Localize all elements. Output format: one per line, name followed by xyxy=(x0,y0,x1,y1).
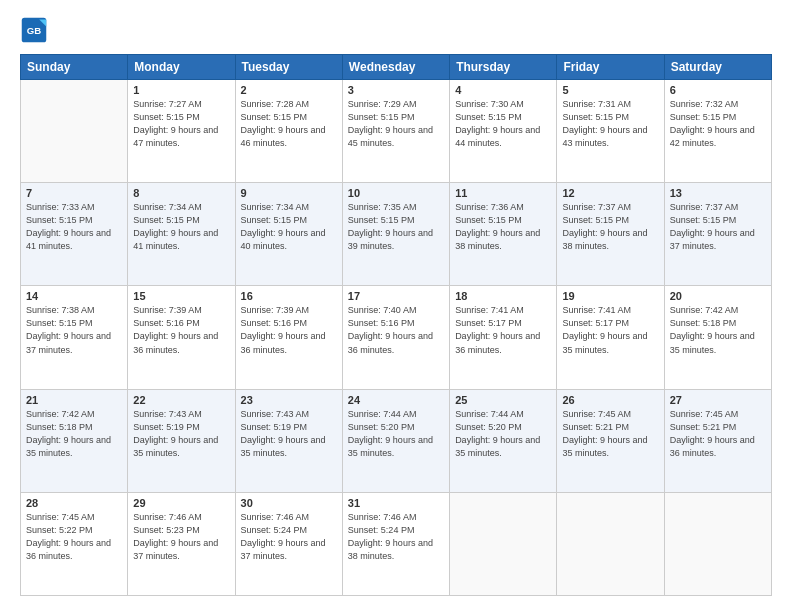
day-info: Sunrise: 7:45 AMSunset: 5:21 PMDaylight:… xyxy=(670,408,766,460)
calendar-cell: 29Sunrise: 7:46 AMSunset: 5:23 PMDayligh… xyxy=(128,492,235,595)
day-info: Sunrise: 7:42 AMSunset: 5:18 PMDaylight:… xyxy=(670,304,766,356)
calendar-cell xyxy=(664,492,771,595)
day-number: 6 xyxy=(670,84,766,96)
day-info: Sunrise: 7:29 AMSunset: 5:15 PMDaylight:… xyxy=(348,98,444,150)
weekday-header-saturday: Saturday xyxy=(664,55,771,80)
day-number: 20 xyxy=(670,290,766,302)
calendar-cell: 13Sunrise: 7:37 AMSunset: 5:15 PMDayligh… xyxy=(664,183,771,286)
day-number: 4 xyxy=(455,84,551,96)
day-info: Sunrise: 7:39 AMSunset: 5:16 PMDaylight:… xyxy=(241,304,337,356)
day-number: 30 xyxy=(241,497,337,509)
day-info: Sunrise: 7:43 AMSunset: 5:19 PMDaylight:… xyxy=(241,408,337,460)
day-number: 24 xyxy=(348,394,444,406)
day-number: 28 xyxy=(26,497,122,509)
calendar-cell: 3Sunrise: 7:29 AMSunset: 5:15 PMDaylight… xyxy=(342,80,449,183)
day-number: 5 xyxy=(562,84,658,96)
day-number: 27 xyxy=(670,394,766,406)
day-number: 3 xyxy=(348,84,444,96)
header: GB xyxy=(20,16,772,44)
calendar-cell: 21Sunrise: 7:42 AMSunset: 5:18 PMDayligh… xyxy=(21,389,128,492)
calendar-cell: 31Sunrise: 7:46 AMSunset: 5:24 PMDayligh… xyxy=(342,492,449,595)
weekday-header-tuesday: Tuesday xyxy=(235,55,342,80)
calendar-cell: 7Sunrise: 7:33 AMSunset: 5:15 PMDaylight… xyxy=(21,183,128,286)
day-info: Sunrise: 7:41 AMSunset: 5:17 PMDaylight:… xyxy=(562,304,658,356)
calendar-cell: 12Sunrise: 7:37 AMSunset: 5:15 PMDayligh… xyxy=(557,183,664,286)
calendar-cell xyxy=(557,492,664,595)
day-info: Sunrise: 7:39 AMSunset: 5:16 PMDaylight:… xyxy=(133,304,229,356)
weekday-header-thursday: Thursday xyxy=(450,55,557,80)
weekday-header-sunday: Sunday xyxy=(21,55,128,80)
weekday-header-row: SundayMondayTuesdayWednesdayThursdayFrid… xyxy=(21,55,772,80)
calendar-cell: 18Sunrise: 7:41 AMSunset: 5:17 PMDayligh… xyxy=(450,286,557,389)
calendar-cell: 2Sunrise: 7:28 AMSunset: 5:15 PMDaylight… xyxy=(235,80,342,183)
day-number: 2 xyxy=(241,84,337,96)
logo: GB xyxy=(20,16,52,44)
day-number: 31 xyxy=(348,497,444,509)
day-number: 11 xyxy=(455,187,551,199)
calendar-cell xyxy=(450,492,557,595)
day-info: Sunrise: 7:37 AMSunset: 5:15 PMDaylight:… xyxy=(670,201,766,253)
calendar-week-row: 14Sunrise: 7:38 AMSunset: 5:15 PMDayligh… xyxy=(21,286,772,389)
day-number: 26 xyxy=(562,394,658,406)
calendar-cell: 23Sunrise: 7:43 AMSunset: 5:19 PMDayligh… xyxy=(235,389,342,492)
page: GB SundayMondayTuesdayWednesdayThursdayF… xyxy=(0,0,792,612)
day-number: 21 xyxy=(26,394,122,406)
calendar-cell: 28Sunrise: 7:45 AMSunset: 5:22 PMDayligh… xyxy=(21,492,128,595)
calendar-week-row: 28Sunrise: 7:45 AMSunset: 5:22 PMDayligh… xyxy=(21,492,772,595)
day-number: 1 xyxy=(133,84,229,96)
day-number: 9 xyxy=(241,187,337,199)
day-number: 23 xyxy=(241,394,337,406)
calendar-cell: 26Sunrise: 7:45 AMSunset: 5:21 PMDayligh… xyxy=(557,389,664,492)
calendar-cell: 6Sunrise: 7:32 AMSunset: 5:15 PMDaylight… xyxy=(664,80,771,183)
calendar-cell: 8Sunrise: 7:34 AMSunset: 5:15 PMDaylight… xyxy=(128,183,235,286)
day-number: 14 xyxy=(26,290,122,302)
calendar-cell: 4Sunrise: 7:30 AMSunset: 5:15 PMDaylight… xyxy=(450,80,557,183)
day-info: Sunrise: 7:41 AMSunset: 5:17 PMDaylight:… xyxy=(455,304,551,356)
day-info: Sunrise: 7:38 AMSunset: 5:15 PMDaylight:… xyxy=(26,304,122,356)
calendar-cell: 24Sunrise: 7:44 AMSunset: 5:20 PMDayligh… xyxy=(342,389,449,492)
calendar-cell: 19Sunrise: 7:41 AMSunset: 5:17 PMDayligh… xyxy=(557,286,664,389)
weekday-header-monday: Monday xyxy=(128,55,235,80)
day-number: 25 xyxy=(455,394,551,406)
day-info: Sunrise: 7:46 AMSunset: 5:23 PMDaylight:… xyxy=(133,511,229,563)
calendar-cell: 30Sunrise: 7:46 AMSunset: 5:24 PMDayligh… xyxy=(235,492,342,595)
day-number: 10 xyxy=(348,187,444,199)
day-number: 17 xyxy=(348,290,444,302)
day-info: Sunrise: 7:44 AMSunset: 5:20 PMDaylight:… xyxy=(348,408,444,460)
day-info: Sunrise: 7:44 AMSunset: 5:20 PMDaylight:… xyxy=(455,408,551,460)
calendar-cell: 5Sunrise: 7:31 AMSunset: 5:15 PMDaylight… xyxy=(557,80,664,183)
svg-text:GB: GB xyxy=(27,25,41,36)
day-number: 12 xyxy=(562,187,658,199)
day-info: Sunrise: 7:35 AMSunset: 5:15 PMDaylight:… xyxy=(348,201,444,253)
day-info: Sunrise: 7:37 AMSunset: 5:15 PMDaylight:… xyxy=(562,201,658,253)
calendar-cell: 16Sunrise: 7:39 AMSunset: 5:16 PMDayligh… xyxy=(235,286,342,389)
calendar-cell: 27Sunrise: 7:45 AMSunset: 5:21 PMDayligh… xyxy=(664,389,771,492)
day-info: Sunrise: 7:45 AMSunset: 5:21 PMDaylight:… xyxy=(562,408,658,460)
day-info: Sunrise: 7:34 AMSunset: 5:15 PMDaylight:… xyxy=(133,201,229,253)
calendar-week-row: 7Sunrise: 7:33 AMSunset: 5:15 PMDaylight… xyxy=(21,183,772,286)
calendar-cell: 25Sunrise: 7:44 AMSunset: 5:20 PMDayligh… xyxy=(450,389,557,492)
day-info: Sunrise: 7:33 AMSunset: 5:15 PMDaylight:… xyxy=(26,201,122,253)
day-number: 7 xyxy=(26,187,122,199)
day-number: 22 xyxy=(133,394,229,406)
calendar-week-row: 1Sunrise: 7:27 AMSunset: 5:15 PMDaylight… xyxy=(21,80,772,183)
day-info: Sunrise: 7:34 AMSunset: 5:15 PMDaylight:… xyxy=(241,201,337,253)
calendar-cell: 14Sunrise: 7:38 AMSunset: 5:15 PMDayligh… xyxy=(21,286,128,389)
logo-icon: GB xyxy=(20,16,48,44)
weekday-header-wednesday: Wednesday xyxy=(342,55,449,80)
day-number: 18 xyxy=(455,290,551,302)
calendar-cell xyxy=(21,80,128,183)
day-info: Sunrise: 7:43 AMSunset: 5:19 PMDaylight:… xyxy=(133,408,229,460)
day-number: 13 xyxy=(670,187,766,199)
day-info: Sunrise: 7:40 AMSunset: 5:16 PMDaylight:… xyxy=(348,304,444,356)
day-info: Sunrise: 7:46 AMSunset: 5:24 PMDaylight:… xyxy=(241,511,337,563)
day-info: Sunrise: 7:36 AMSunset: 5:15 PMDaylight:… xyxy=(455,201,551,253)
day-number: 8 xyxy=(133,187,229,199)
day-info: Sunrise: 7:45 AMSunset: 5:22 PMDaylight:… xyxy=(26,511,122,563)
day-number: 29 xyxy=(133,497,229,509)
calendar-cell: 17Sunrise: 7:40 AMSunset: 5:16 PMDayligh… xyxy=(342,286,449,389)
day-info: Sunrise: 7:42 AMSunset: 5:18 PMDaylight:… xyxy=(26,408,122,460)
calendar-week-row: 21Sunrise: 7:42 AMSunset: 5:18 PMDayligh… xyxy=(21,389,772,492)
calendar-cell: 22Sunrise: 7:43 AMSunset: 5:19 PMDayligh… xyxy=(128,389,235,492)
day-number: 15 xyxy=(133,290,229,302)
